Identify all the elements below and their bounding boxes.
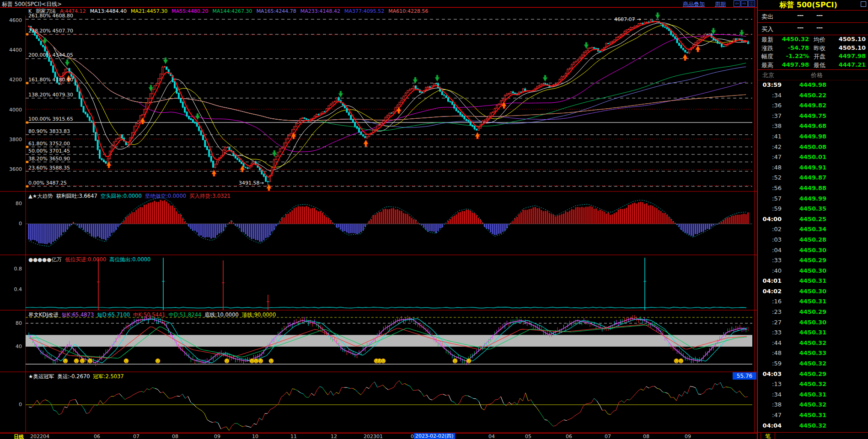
tape-time: :34 bbox=[758, 391, 782, 398]
tape-price: 4450.32 bbox=[793, 360, 826, 367]
tape-time: :44 bbox=[758, 339, 782, 346]
chart-canvas[interactable] bbox=[0, 0, 757, 439]
date-highlight: 2023-02-02(四) bbox=[414, 433, 455, 439]
tab-tick-detail[interactable]: 笔 bbox=[761, 433, 775, 439]
sell-arrow-icon bbox=[338, 91, 343, 97]
tape-time: :04 bbox=[758, 247, 782, 254]
chart-title-bar: 标普 500(SPCI)<日线> 商品叠加 周期 ⇦ ⇨ ◫ bbox=[0, 0, 757, 8]
smiley-icon bbox=[453, 359, 457, 363]
tape-price: 4450.08 bbox=[793, 143, 826, 150]
date-tick: 09 bbox=[685, 434, 691, 439]
tape-price: 4450.31 bbox=[793, 412, 826, 418]
tape-price-header: 价格 bbox=[811, 71, 823, 79]
tape-time: :23 bbox=[758, 308, 782, 315]
tape-row: :484450.33 bbox=[758, 349, 868, 359]
date-tick: 07 bbox=[133, 434, 139, 439]
chart-title: 标普 500(SPCI)<日线> bbox=[2, 0, 62, 8]
tape-price: 4450.30 bbox=[793, 288, 826, 295]
date-tick: 11 bbox=[290, 434, 297, 439]
quote-stat-label: 均价 bbox=[814, 36, 825, 44]
buy-arrow-icon bbox=[212, 170, 216, 176]
date-tick: 06 bbox=[566, 434, 572, 439]
tape-price: 4450.30 bbox=[793, 267, 826, 274]
tape-time: :48 bbox=[758, 164, 782, 171]
quote-stat-value: 4505.10 bbox=[830, 36, 866, 42]
tape-time: :38 bbox=[758, 122, 782, 129]
tape-time: :41 bbox=[758, 133, 782, 140]
smiley-icon bbox=[381, 359, 386, 363]
buy-volume-empty: --- bbox=[816, 24, 822, 31]
tape-price: 4449.68 bbox=[793, 122, 826, 129]
tape-row: :274450.30 bbox=[758, 318, 868, 328]
tape-price: 4450.31 bbox=[793, 277, 826, 284]
quote-stat-value: 4497.98 bbox=[830, 53, 866, 59]
ma-legend-item: MA21:4457.30 bbox=[131, 8, 167, 14]
tape-row: :044450.30 bbox=[758, 246, 868, 256]
quote-stat-value: 4497.98 bbox=[778, 61, 809, 68]
tape-price: 4450.29 bbox=[793, 370, 826, 377]
smiley-icon bbox=[254, 359, 258, 363]
overlay-link[interactable]: 商品叠加 bbox=[683, 0, 705, 8]
buy-arrow-icon bbox=[696, 46, 700, 52]
tape-row: 04:014450.31 bbox=[758, 276, 868, 287]
tape-price: 4450.31 bbox=[793, 329, 826, 336]
ma-legend-item: 胡家刀法 bbox=[36, 8, 56, 14]
tape-row: :364449.82 bbox=[758, 101, 868, 111]
tape-time: :59 bbox=[758, 360, 782, 367]
tape-time: :36 bbox=[758, 102, 782, 109]
ma-legend-item: MA55:4480.20 bbox=[171, 8, 208, 14]
sell-price-empty: --- bbox=[797, 12, 803, 19]
tape-price: 4450.31 bbox=[793, 298, 826, 305]
tape-time: :48 bbox=[758, 349, 782, 356]
quote-stat-label: 最高 bbox=[761, 61, 773, 69]
quote-stat-label: 最新 bbox=[761, 36, 773, 44]
quote-stat-value: 4447.21 bbox=[830, 61, 866, 68]
sell-volume-empty: --- bbox=[816, 12, 822, 19]
sell-arrow-icon bbox=[413, 77, 418, 84]
tape-time: :37 bbox=[758, 112, 782, 119]
arrow-right-icon[interactable]: ⇨ bbox=[741, 0, 748, 7]
sidebar-bottom-bar: 笔 bbox=[758, 432, 868, 439]
buy-price-empty: --- bbox=[797, 24, 803, 31]
smiley-icon bbox=[225, 359, 229, 363]
tape-row: :384449.68 bbox=[758, 122, 868, 132]
tape-price: 4449.98 bbox=[793, 133, 826, 140]
tape-row: 04:004450.25 bbox=[758, 215, 868, 225]
tape-row: :594450.32 bbox=[758, 359, 868, 370]
restore-window-icon[interactable] bbox=[861, 1, 866, 7]
smiley-icon bbox=[74, 359, 79, 363]
tape-price: 4450.32 bbox=[793, 381, 826, 387]
sell-quote-row: 卖出 --- --- bbox=[758, 11, 868, 23]
quote-stat-row: 幅度-1.22%开盘4497.98 bbox=[758, 52, 868, 61]
date-tick: 06 bbox=[94, 434, 100, 439]
smiley-icon bbox=[679, 359, 683, 363]
trading-app-window: 标普 500(SPCI)<日线> 商品叠加 周期 ⇦ ⇨ ◫ K胡家刀法A:44… bbox=[0, 0, 868, 439]
buy-arrow-icon bbox=[683, 54, 687, 60]
tape-price: 4450.25 bbox=[793, 216, 826, 222]
tape-row: :134450.32 bbox=[758, 380, 868, 390]
tape-price: 4450.22 bbox=[793, 92, 826, 99]
time-sales-list[interactable]: 03:594449.98:344450.22:364449.82:374449.… bbox=[758, 80, 868, 432]
tape-time: :52 bbox=[758, 174, 782, 181]
tape-row: :564449.88 bbox=[758, 184, 868, 194]
ma-legend-item: MA610:4228.56 bbox=[388, 8, 428, 14]
tape-price: 4450.35 bbox=[793, 205, 826, 212]
smiley-icon bbox=[674, 359, 679, 363]
date-tick: 09 bbox=[214, 434, 220, 439]
tape-time: :59 bbox=[758, 205, 782, 212]
tape-time: :40 bbox=[758, 267, 782, 274]
tape-row: :474450.31 bbox=[758, 411, 868, 421]
date-axis[interactable]: 日线 2022040607080910111220230102040506070… bbox=[0, 433, 757, 439]
period-link[interactable]: 周期 bbox=[715, 0, 726, 8]
split-window-icon[interactable]: ◫ bbox=[748, 0, 755, 7]
quote-stat-value: 4450.32 bbox=[778, 36, 809, 42]
date-tick: 10 bbox=[252, 434, 258, 439]
smiley-icon bbox=[269, 359, 273, 363]
tape-time: 04:00 bbox=[758, 216, 782, 222]
quote-stat-label: 昨收 bbox=[814, 44, 825, 53]
arrow-left-icon[interactable]: ⇦ bbox=[734, 0, 740, 7]
sell-arrow-icon bbox=[739, 30, 744, 36]
tape-row: :344450.31 bbox=[758, 390, 868, 401]
tape-row: 03:594449.98 bbox=[758, 80, 868, 91]
buy-arrow-icon bbox=[66, 75, 71, 82]
